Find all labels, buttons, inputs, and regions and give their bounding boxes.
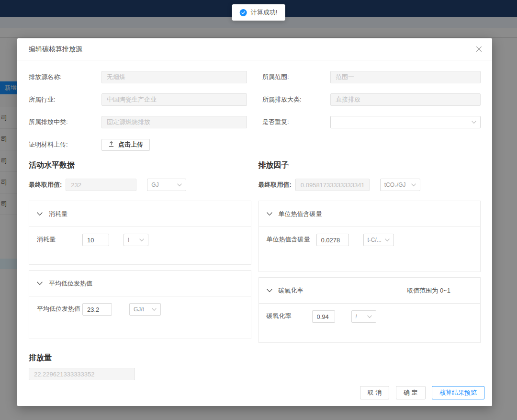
consumption-panel: 消耗量 消耗量 t xyxy=(29,201,251,265)
oxidation-rate-panel-body: 碳氧化率 / xyxy=(259,303,481,342)
form-col-right: 所属范围: 所属排放大类: 是否重复: xyxy=(262,71,481,160)
heating-value-input[interactable] xyxy=(82,303,112,316)
chevron-down-icon xyxy=(472,119,476,125)
carbon-content-input[interactable] xyxy=(316,234,349,246)
heating-value-row-label: 平均低位发热值 xyxy=(37,303,82,314)
oxidation-rate-panel: 碳氧化率 取值范围为 0~1 碳氧化率 / xyxy=(258,277,481,343)
consumption-unit-value: t xyxy=(128,237,129,243)
check-circle-icon xyxy=(240,9,247,16)
is-duplicate-select[interactable] xyxy=(330,116,481,128)
chevron-down-icon xyxy=(152,306,157,313)
upload-label: 证明材料上传: xyxy=(29,140,101,149)
oxidation-rate-input[interactable] xyxy=(312,310,335,323)
toast-message: 计算成功! xyxy=(251,8,278,17)
form-grid: 排放源名称: 所属行业: 所属排放中类: 证明材料上传: xyxy=(29,71,481,160)
modal-footer: 取 消 确 定 核算结果预览 xyxy=(17,381,492,406)
carbon-content-row-label: 单位热值含碳量 xyxy=(267,234,316,245)
factor-final-label: 最终取用值: xyxy=(258,181,292,189)
confirm-button[interactable]: 确 定 xyxy=(396,386,426,399)
emission-section-title: 排放量 xyxy=(29,353,481,363)
chevron-down-icon xyxy=(267,287,272,294)
activity-final-label: 最终取用值: xyxy=(29,181,62,189)
chevron-down-icon xyxy=(267,210,272,217)
carbon-content-unit-select[interactable]: t-C/... xyxy=(363,234,394,246)
consumption-panel-title: 消耗量 xyxy=(49,210,67,218)
data-sections: 活动水平数据 最终取用值: GJ xyxy=(29,160,481,348)
activity-final-input xyxy=(66,179,136,191)
heating-value-panel-title: 平均低位发热值 xyxy=(49,279,92,288)
oxidation-rate-panel-note: 取值范围为 0~1 xyxy=(407,286,450,295)
industry-input xyxy=(101,93,247,106)
heating-value-unit-value: GJ/t xyxy=(134,306,144,313)
factor-section: 排放因子 最终取用值: tCO₂/GJ xyxy=(258,160,481,348)
oxidation-rate-panel-title: 碳氧化率 xyxy=(279,286,303,295)
upload-button-label: 点击上传 xyxy=(118,140,143,149)
field-is-duplicate: 是否重复: xyxy=(262,116,481,128)
form-col-left: 排放源名称: 所属行业: 所属排放中类: 证明材料上传: xyxy=(29,71,247,160)
modal-body: 排放源名称: 所属行业: 所属排放中类: 证明材料上传: xyxy=(17,60,492,381)
consumption-row-label: 消耗量 xyxy=(37,234,82,245)
edit-emission-source-modal: 编辑碳核算排放源 排放源名称: 所属行业: 所属排放中类: xyxy=(17,38,492,406)
activity-unit-select: GJ xyxy=(147,179,186,191)
upload-button[interactable]: 点击上传 xyxy=(101,139,150,151)
factor-unit-select: tCO₂/GJ xyxy=(380,179,420,191)
chevron-down-icon xyxy=(37,280,43,287)
oxidation-rate-row-label: 碳氧化率 xyxy=(267,310,312,321)
cancel-button[interactable]: 取 消 xyxy=(360,386,390,399)
industry-label: 所属行业: xyxy=(29,95,101,104)
activity-final-row: 最终取用值: GJ xyxy=(29,179,251,191)
field-middle-category: 所属排放中类: xyxy=(29,116,247,128)
success-toast: 计算成功! xyxy=(232,4,285,21)
modal-header: 编辑碳核算排放源 xyxy=(17,38,492,60)
factor-section-title: 排放因子 xyxy=(258,160,481,170)
source-name-label: 排放源名称: xyxy=(29,73,101,81)
consumption-input[interactable] xyxy=(82,234,109,246)
major-category-input xyxy=(330,93,481,106)
consumption-panel-body: 消耗量 t xyxy=(29,227,251,264)
major-category-label: 所属排放大类: xyxy=(262,95,330,104)
preview-result-button[interactable]: 核算结果预览 xyxy=(432,386,484,399)
carbon-content-panel-body: 单位热值含碳量 t-C/... xyxy=(259,227,481,272)
heating-value-panel: 平均低位发热值 平均低位发热值 GJ/t xyxy=(29,270,251,339)
oxidation-rate-panel-header[interactable]: 碳氧化率 取值范围为 0~1 xyxy=(259,278,481,303)
source-name-input xyxy=(101,71,247,83)
carbon-content-panel-title: 单位热值含碳量 xyxy=(279,210,322,218)
factor-final-input xyxy=(295,179,370,191)
scope-input xyxy=(330,71,481,83)
factor-unit-value: tCO₂/GJ xyxy=(384,182,406,188)
carbon-content-panel-header[interactable]: 单位热值含碳量 xyxy=(259,201,481,227)
close-icon[interactable] xyxy=(474,45,483,53)
chevron-down-icon xyxy=(411,182,416,188)
consumption-panel-header[interactable]: 消耗量 xyxy=(29,201,251,227)
upload-arrow-icon xyxy=(108,141,114,148)
chevron-down-icon xyxy=(177,182,182,188)
field-scope: 所属范围: xyxy=(262,71,481,83)
carbon-content-panel: 单位热值含碳量 单位热值含碳量 t-C/... xyxy=(258,201,481,272)
is-duplicate-label: 是否重复: xyxy=(262,118,330,126)
field-upload: 证明材料上传: 点击上传 xyxy=(29,138,247,151)
activity-section-title: 活动水平数据 xyxy=(29,160,251,170)
modal-title: 编辑碳核算排放源 xyxy=(29,45,82,53)
activity-unit-value: GJ xyxy=(151,182,158,188)
chevron-down-icon xyxy=(37,210,43,217)
field-source-name: 排放源名称: xyxy=(29,71,247,83)
heating-value-panel-body: 平均低位发热值 GJ/t xyxy=(29,296,251,339)
field-industry: 所属行业: xyxy=(29,93,247,106)
chevron-down-icon xyxy=(367,313,372,320)
field-major-category: 所属排放大类: xyxy=(262,93,481,106)
middle-category-label: 所属排放中类: xyxy=(29,118,101,126)
emission-result-input xyxy=(29,368,135,380)
activity-section: 活动水平数据 最终取用值: GJ xyxy=(29,160,251,348)
consumption-unit-select[interactable]: t xyxy=(124,234,148,246)
carbon-content-unit-value: t-C/... xyxy=(368,237,382,243)
factor-final-row: 最终取用值: tCO₂/GJ xyxy=(258,179,481,191)
scope-label: 所属范围: xyxy=(262,73,330,81)
oxidation-rate-unit-value: / xyxy=(356,313,357,320)
heating-value-unit-select[interactable]: GJ/t xyxy=(129,303,161,316)
chevron-down-icon xyxy=(139,237,144,243)
middle-category-input xyxy=(101,116,247,128)
chevron-down-icon xyxy=(385,237,390,243)
heating-value-panel-header[interactable]: 平均低位发热值 xyxy=(29,271,251,296)
oxidation-rate-unit-select[interactable]: / xyxy=(351,310,376,323)
